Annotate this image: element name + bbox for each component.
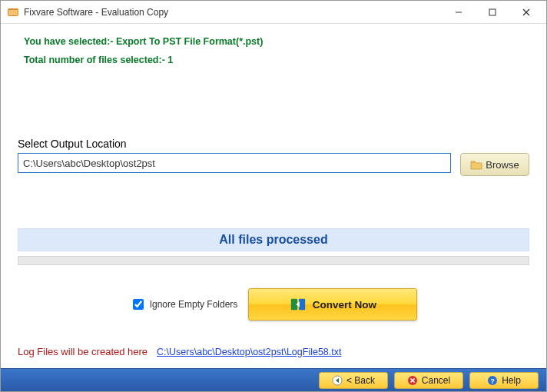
footer-bar: < Back Cancel ? Help xyxy=(1,368,546,391)
app-window: Fixvare Software - Evaluation Copy You h… xyxy=(0,0,547,392)
back-arrow-icon xyxy=(332,375,343,386)
output-location-label: Select Output Location xyxy=(18,138,529,150)
cancel-button[interactable]: Cancel xyxy=(394,372,463,389)
folder-icon xyxy=(470,159,482,170)
svg-rect-3 xyxy=(489,9,496,15)
content-area: You have selected:- Export To PST File F… xyxy=(1,24,546,368)
convert-icon xyxy=(290,296,307,313)
file-count-text: Total number of files selected:- 1 xyxy=(24,55,529,65)
window-title: Fixvare Software - Evaluation Copy xyxy=(24,7,168,18)
ignore-empty-label: Ignore Empty Folders xyxy=(150,299,238,310)
progress-bar xyxy=(18,256,529,265)
cancel-label: Cancel xyxy=(422,375,450,386)
status-message: All files processed xyxy=(18,228,529,251)
browse-label: Browse xyxy=(486,159,519,171)
selected-format-text: You have selected:- Export To PST File F… xyxy=(24,36,529,47)
output-path-row: Browse xyxy=(18,153,529,176)
close-button[interactable] xyxy=(509,2,543,23)
help-button[interactable]: ? Help xyxy=(469,372,539,389)
ignore-empty-input[interactable] xyxy=(133,299,144,310)
minimize-icon xyxy=(455,8,462,16)
svg-text:?: ? xyxy=(490,377,495,384)
help-icon: ? xyxy=(487,375,498,386)
action-row: Ignore Empty Folders Convert Now xyxy=(18,288,529,321)
close-icon xyxy=(522,8,530,16)
log-file-link[interactable]: C:\Users\abc\Desktop\ost2pst\LogFile58.t… xyxy=(157,347,341,357)
maximize-button[interactable] xyxy=(476,2,509,23)
back-label: < Back xyxy=(346,375,375,386)
ignore-empty-checkbox[interactable]: Ignore Empty Folders xyxy=(130,297,238,312)
titlebar: Fixvare Software - Evaluation Copy xyxy=(1,1,546,24)
log-label: Log Files will be created here xyxy=(18,346,148,357)
output-path-input[interactable] xyxy=(18,153,451,173)
cancel-icon xyxy=(407,375,418,386)
browse-button[interactable]: Browse xyxy=(460,153,529,176)
maximize-icon xyxy=(489,8,496,16)
minimize-button[interactable] xyxy=(442,2,476,23)
convert-now-label: Convert Now xyxy=(313,299,376,311)
svg-rect-1 xyxy=(8,10,18,15)
log-row: Log Files will be created here C:\Users\… xyxy=(18,346,529,357)
app-icon xyxy=(7,6,19,18)
convert-now-button[interactable]: Convert Now xyxy=(248,288,417,321)
back-button[interactable]: < Back xyxy=(319,372,388,389)
svg-rect-7 xyxy=(299,299,305,311)
help-label: Help xyxy=(502,375,521,386)
